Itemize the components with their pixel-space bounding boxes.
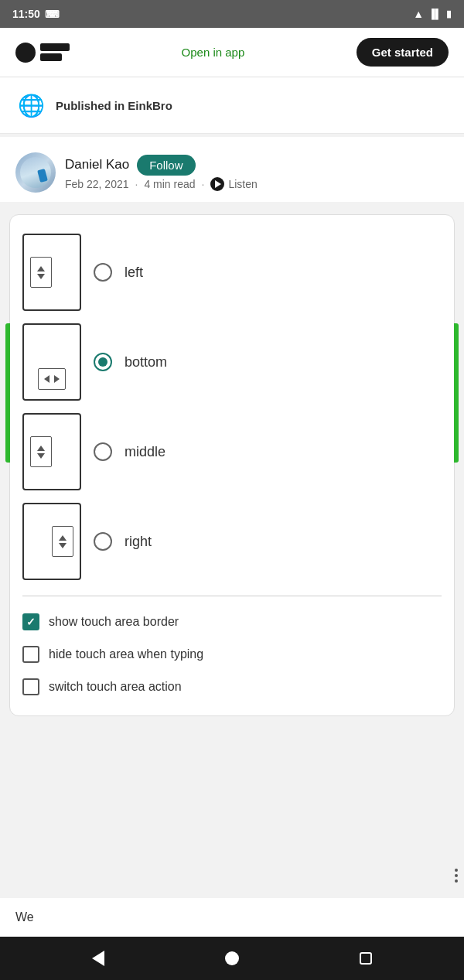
logo-circle (15, 43, 36, 63)
arrow-down-middle-icon (37, 453, 45, 459)
arrow-left-icon (44, 375, 49, 383)
checkbox-label-switch-touch-area: switch touch area action (49, 680, 182, 694)
settings-card: left bottom middle (9, 214, 455, 716)
play-icon (210, 177, 224, 191)
medium-logo (15, 43, 70, 63)
meta-dot-2: · (202, 178, 205, 190)
meta-dot-1: · (135, 178, 138, 190)
scroll-indicator-bottom (38, 368, 66, 390)
main-content: left bottom middle (0, 202, 464, 898)
checkbox-label-show-touch-area: show touch area border (49, 615, 179, 629)
green-accent-right (454, 323, 459, 463)
bottom-nav (0, 937, 464, 980)
arrow-up-right-icon (59, 535, 67, 541)
radio-option-middle[interactable]: middle (22, 407, 442, 497)
battery-icon: ▮ (446, 9, 452, 19)
avatar-decoration (37, 169, 48, 183)
dot-3 (455, 879, 458, 883)
top-nav: Open in app Get started (0, 28, 464, 77)
bottom-text-content: We (15, 910, 34, 924)
radio-option-right[interactable]: right (22, 497, 442, 586)
publish-date: Feb 22, 2021 (65, 178, 129, 190)
nav-home-button[interactable] (218, 944, 246, 972)
globe-icon: 🌐 (15, 90, 46, 121)
follow-button[interactable]: Follow (137, 155, 195, 176)
listen-label: Listen (228, 178, 257, 190)
radio-right[interactable] (94, 532, 112, 551)
author-info: Daniel Kao Follow Feb 22, 2021 · 4 min r… (65, 155, 258, 191)
nav-recents-button[interactable] (352, 944, 380, 972)
radio-label-middle: middle (125, 444, 165, 460)
wifi-icon: ▲ (413, 8, 424, 20)
checkbox-hide-touch-area-box[interactable] (22, 646, 39, 663)
play-triangle (215, 180, 221, 188)
status-bar: 11:50 ⌨ ▲ ▐▌ ▮ (0, 0, 464, 28)
checkmark-icon: ✓ (26, 616, 36, 628)
device-preview-right (22, 503, 81, 580)
author-meta: Feb 22, 2021 · 4 min read · Listen (65, 177, 258, 191)
avatar (15, 152, 56, 193)
keyboard-icon: ⌨ (45, 9, 60, 20)
arrow-down-icon (37, 274, 45, 279)
scroll-indicator-left (30, 257, 52, 288)
radio-bottom[interactable] (94, 353, 112, 371)
checkbox-show-touch-area[interactable]: ✓ show touch area border (22, 606, 442, 638)
status-bar-left: 11:50 ⌨ (12, 8, 60, 20)
radio-left[interactable] (94, 263, 112, 282)
radio-middle[interactable] (94, 442, 112, 461)
nav-back-icon (92, 951, 104, 966)
time-display: 11:50 (12, 8, 40, 20)
author-name-row: Daniel Kao Follow (65, 155, 258, 176)
radio-inner-bottom (98, 357, 107, 367)
checkbox-label-hide-touch-area: hide touch area when typing (49, 647, 203, 661)
radio-option-bottom[interactable]: bottom (22, 317, 442, 407)
arrow-down-right-icon (59, 543, 67, 548)
published-in-bar: 🌐 Published in EinkBro (0, 77, 464, 134)
status-bar-right: ▲ ▐▌ ▮ (413, 8, 452, 20)
three-dots-menu[interactable] (455, 869, 458, 883)
nav-square-icon (360, 952, 372, 965)
green-accent-left (5, 323, 10, 463)
device-preview-bottom (22, 323, 81, 401)
bottom-text: We (0, 898, 464, 937)
nav-back-button[interactable] (84, 944, 112, 972)
device-preview-middle (22, 413, 81, 490)
read-time: 4 min read (144, 178, 195, 190)
avatar-inner (15, 152, 56, 193)
get-started-button[interactable]: Get started (357, 38, 449, 67)
author-row: Daniel Kao Follow Feb 22, 2021 · 4 min r… (15, 152, 449, 193)
signal-icon: ▐▌ (428, 9, 442, 19)
arrow-right-icon (54, 375, 60, 383)
radio-label-bottom: bottom (125, 354, 167, 370)
author-section: Daniel Kao Follow Feb 22, 2021 · 4 min r… (0, 137, 464, 202)
scroll-indicator-right (52, 526, 73, 557)
open-in-app-link[interactable]: Open in app (182, 46, 245, 59)
radio-label-left: left (125, 265, 143, 281)
checkbox-hide-touch-area[interactable]: hide touch area when typing (22, 638, 442, 671)
radio-option-left[interactable]: left (22, 227, 442, 317)
nav-home-icon (225, 951, 239, 965)
radio-label-right: right (125, 534, 152, 550)
arrow-up-middle-icon (37, 446, 45, 451)
author-name: Daniel Kao (65, 157, 129, 172)
arrow-up-icon (37, 266, 45, 271)
device-preview-left (22, 234, 81, 311)
checkbox-show-touch-area-box[interactable]: ✓ (22, 613, 39, 630)
listen-button[interactable]: Listen (210, 177, 257, 191)
checkbox-switch-touch-area-box[interactable] (22, 678, 39, 695)
dot-2 (455, 874, 458, 877)
published-in-text: Published in EinkBro (56, 99, 172, 112)
checkbox-switch-touch-area[interactable]: switch touch area action (22, 671, 442, 703)
divider (22, 596, 442, 596)
scroll-indicator-middle (30, 436, 52, 467)
logo-text (40, 43, 70, 61)
dot-1 (455, 869, 458, 872)
